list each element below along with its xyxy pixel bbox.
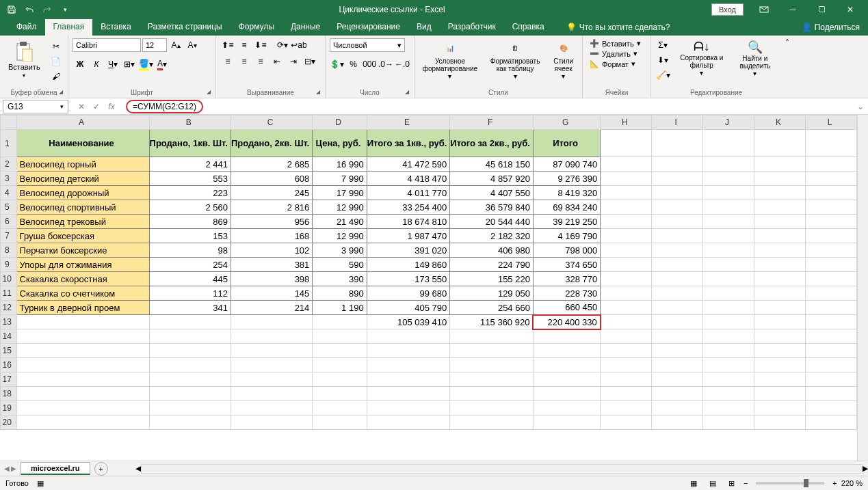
row-header[interactable]: 15 <box>1 344 17 358</box>
row-header[interactable]: 19 <box>1 401 17 416</box>
cell[interactable] <box>754 243 805 258</box>
col-header[interactable]: H <box>601 115 652 130</box>
format-cells-button[interactable]: 📐Формат ▾ <box>587 59 646 69</box>
cell[interactable] <box>806 172 857 186</box>
cell[interactable]: 17 990 <box>313 186 367 200</box>
tab-page-layout[interactable]: Разметка страницы <box>140 19 231 36</box>
tell-me-search[interactable]: 💡Что вы хотите сделать? <box>561 19 676 36</box>
cell[interactable]: 2 441 <box>149 157 231 172</box>
table-header-cell[interactable]: Итого <box>533 130 600 157</box>
cell[interactable] <box>703 186 754 200</box>
cell[interactable] <box>601 301 652 315</box>
align-right-icon[interactable]: ≡ <box>253 55 268 68</box>
cell[interactable] <box>652 315 703 329</box>
decrease-font-icon[interactable]: A▾ <box>185 38 200 52</box>
cell[interactable]: 869 <box>149 215 231 229</box>
tab-developer[interactable]: Разработчик <box>440 19 504 36</box>
col-header[interactable]: K <box>754 115 805 130</box>
cell[interactable]: Перчатки боксерские <box>16 243 149 258</box>
qat-customize-icon[interactable]: ▾ <box>57 2 73 17</box>
cell[interactable] <box>703 358 754 372</box>
cell[interactable] <box>367 416 450 430</box>
increase-indent-icon[interactable]: ⇥ <box>286 55 301 68</box>
cell[interactable]: 406 980 <box>450 243 534 258</box>
tab-help[interactable]: Справка <box>504 19 553 36</box>
cell[interactable]: 145 <box>231 286 312 301</box>
row-header[interactable]: 1 <box>1 130 17 157</box>
cell[interactable] <box>652 372 703 387</box>
row-header[interactable]: 13 <box>1 315 17 329</box>
tab-data[interactable]: Данные <box>282 19 328 36</box>
cell[interactable] <box>703 200 754 215</box>
row-header[interactable]: 18 <box>1 387 17 401</box>
cell[interactable]: 2 685 <box>231 157 312 172</box>
cell[interactable] <box>367 401 450 416</box>
cell[interactable] <box>652 301 703 315</box>
row-header[interactable]: 17 <box>1 372 17 387</box>
enter-formula-icon[interactable]: ✓ <box>90 100 103 113</box>
cell[interactable] <box>601 401 652 416</box>
row-header[interactable]: 7 <box>1 229 17 243</box>
cell[interactable] <box>231 329 312 344</box>
cell[interactable] <box>652 387 703 401</box>
horizontal-scrollbar[interactable] <box>141 464 863 474</box>
cell[interactable] <box>450 387 534 401</box>
cell[interactable]: 890 <box>313 286 367 301</box>
cell[interactable]: 149 860 <box>367 258 450 272</box>
table-header-cell[interactable]: Продано, 2кв. Шт. <box>231 130 312 157</box>
underline-button[interactable]: Ч▾ <box>105 57 120 71</box>
cell[interactable] <box>16 416 149 430</box>
dialog-launcher-icon[interactable]: ◢ <box>207 89 213 96</box>
insert-cells-button[interactable]: ➕Вставить ▾ <box>587 38 646 49</box>
cell[interactable] <box>601 215 652 229</box>
cell[interactable] <box>149 401 231 416</box>
cell[interactable]: 69 834 240 <box>533 200 600 215</box>
tab-scroll-left-icon[interactable]: ◀ <box>4 465 10 472</box>
tab-review[interactable]: Рецензирование <box>328 19 408 36</box>
cell[interactable] <box>806 157 857 172</box>
table-header-cell[interactable]: Наименование <box>16 130 149 157</box>
cell[interactable] <box>652 215 703 229</box>
cell[interactable]: 2 182 320 <box>450 229 534 243</box>
cell[interactable]: Груша боксерская <box>16 229 149 243</box>
cut-button[interactable]: ✂ <box>49 40 64 53</box>
border-button[interactable]: ⊞▾ <box>122 57 137 71</box>
cell[interactable] <box>754 301 805 315</box>
sheet-tab[interactable]: microexcel.ru <box>21 462 90 475</box>
cell[interactable] <box>652 272 703 286</box>
cell[interactable] <box>149 344 231 358</box>
cell[interactable] <box>703 157 754 172</box>
cell[interactable]: Велосипед трековый <box>16 215 149 229</box>
cell[interactable]: 2 816 <box>231 200 312 215</box>
cell[interactable] <box>806 258 857 272</box>
col-header[interactable]: C <box>231 115 312 130</box>
macro-record-icon[interactable]: ▦ <box>37 479 44 488</box>
cancel-formula-icon[interactable]: ✕ <box>75 100 88 113</box>
cell[interactable] <box>652 243 703 258</box>
cell[interactable]: 1 190 <box>313 301 367 315</box>
save-icon[interactable] <box>4 2 19 17</box>
cell[interactable] <box>754 258 805 272</box>
cell[interactable]: 2 560 <box>149 200 231 215</box>
delete-cells-button[interactable]: ➖Удалить ▾ <box>587 49 646 59</box>
cell[interactable]: 112 <box>149 286 231 301</box>
comma-icon[interactable]: 000 <box>362 57 377 71</box>
cell[interactable]: 102 <box>231 243 312 258</box>
cell[interactable]: 590 <box>313 258 367 272</box>
zoom-out-icon[interactable]: − <box>744 479 748 487</box>
cell[interactable]: 98 <box>149 243 231 258</box>
cell[interactable] <box>313 372 367 387</box>
cell[interactable]: 4 418 470 <box>367 172 450 186</box>
cell[interactable] <box>703 229 754 243</box>
cell[interactable] <box>703 329 754 344</box>
cell[interactable] <box>652 258 703 272</box>
cell[interactable]: 956 <box>231 215 312 229</box>
cell[interactable] <box>806 344 857 358</box>
fill-color-button[interactable]: 🪣▾ <box>138 57 153 71</box>
cell[interactable] <box>806 272 857 286</box>
font-color-button[interactable]: A▾ <box>155 57 170 71</box>
cell[interactable] <box>754 344 805 358</box>
cell[interactable] <box>806 401 857 416</box>
row-header[interactable]: 10 <box>1 272 17 286</box>
tab-view[interactable]: Вид <box>408 19 440 36</box>
